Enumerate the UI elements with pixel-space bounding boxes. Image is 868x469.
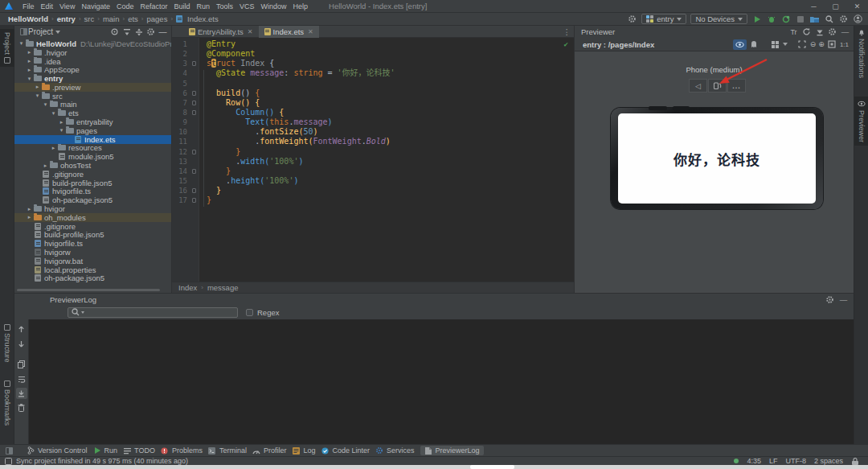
menu-code[interactable]: Code	[113, 2, 137, 10]
preview-mode-toggle[interactable]	[733, 39, 747, 50]
breadcrumb-pages[interactable]: pages	[147, 14, 168, 23]
debug-icon[interactable]	[766, 14, 776, 24]
regex-option[interactable]: Regex	[246, 308, 279, 317]
previewer-settings-icon[interactable]	[827, 27, 837, 37]
tree-item-hvigorfile-ts[interactable]: hvigorfile.ts	[14, 187, 171, 196]
fold-marker-icon[interactable]	[192, 61, 196, 66]
tool-button-code-linter[interactable]: Code Linter	[321, 446, 370, 455]
tree-item-index-ets[interactable]: Index.ets	[14, 135, 171, 144]
tree-item-oh-package-json5[interactable]: oh-package.json5	[14, 195, 171, 204]
log-output[interactable]	[29, 319, 854, 444]
menu-run[interactable]: Run	[193, 2, 213, 10]
settings-icon[interactable]	[627, 14, 637, 24]
fold-marker-icon[interactable]	[192, 150, 196, 154]
taskbar-search-pill[interactable]	[470, 465, 514, 469]
device-selector[interactable]: No Devices	[690, 14, 747, 24]
menu-view[interactable]: View	[56, 2, 78, 10]
tree-item-idea[interactable]: ▸.idea	[14, 57, 171, 66]
tree-item-hvigorw[interactable]: hvigorw	[14, 248, 171, 257]
breadcrumb-entry[interactable]: entry	[57, 14, 76, 23]
jump-to-source-icon[interactable]	[814, 27, 825, 37]
tool-tab-structure[interactable]: Structure	[0, 324, 14, 363]
tool-button-previewerlog[interactable]: PreviewerLog	[420, 446, 484, 455]
log-settings-icon[interactable]	[825, 294, 835, 305]
project-collapse-all-icon[interactable]	[121, 27, 132, 37]
menu-tools[interactable]: Tools	[213, 2, 236, 10]
search-everywhere-icon[interactable]	[824, 14, 834, 24]
close-tab-icon[interactable]: ✕	[248, 28, 253, 35]
copy-icon[interactable]	[16, 359, 27, 370]
tool-tab-previewer[interactable]: Previewer	[854, 97, 868, 146]
project-hide-icon[interactable]: —	[158, 27, 168, 37]
breadcrumb-helloworld[interactable]: HelloWorld	[8, 14, 48, 23]
log-hide-icon[interactable]: —	[838, 294, 849, 305]
close-tab-icon[interactable]: ✕	[308, 28, 313, 35]
inspect-mode-toggle[interactable]	[747, 39, 761, 50]
tool-button-version-control[interactable]: Version Control	[27, 446, 88, 455]
tree-item-main[interactable]: ▾main	[14, 101, 171, 109]
project-horizontal-scrollbar[interactable]	[17, 289, 160, 291]
rotate-left-button[interactable]: ◁	[689, 79, 707, 93]
stop-icon[interactable]	[795, 14, 805, 24]
clear-icon[interactable]	[16, 402, 27, 413]
breadcrumb-main[interactable]: main	[103, 14, 120, 23]
tree-item-gitignore[interactable]: .gitignore	[14, 170, 171, 179]
tree-item-helloworld[interactable]: ▾HelloWorldD:\Lunkeji\DevEcoStudioProjec…	[14, 39, 171, 48]
tool-button-log[interactable]: Log	[292, 446, 315, 455]
sdk-manager-icon[interactable]	[809, 14, 820, 24]
font-size-icon[interactable]: Tr	[788, 27, 799, 37]
breadcrumb-message[interactable]: message	[207, 283, 239, 292]
profile-icon[interactable]	[780, 14, 791, 24]
grid-dropdown-icon[interactable]	[783, 43, 788, 46]
fold-marker-icon[interactable]	[192, 169, 196, 174]
scroll-up-icon[interactable]	[16, 323, 27, 335]
fold-marker-icon[interactable]	[192, 91, 196, 96]
tool-button-profiler[interactable]: Profiler	[252, 446, 287, 455]
module-selector[interactable]: entry	[641, 14, 686, 24]
project-panel-title[interactable]: Project	[28, 27, 53, 36]
menu-help[interactable]: Help	[290, 2, 312, 10]
tree-item-oh-package-json5[interactable]: oh-package.json5	[14, 274, 171, 283]
menu-vcs[interactable]: VCS	[236, 2, 258, 10]
encoding[interactable]: UTF-8	[785, 457, 806, 465]
tree-item-local-properties[interactable]: local.properties	[14, 265, 171, 274]
regex-checkbox[interactable]	[246, 309, 253, 316]
frame-icon[interactable]	[797, 39, 808, 50]
tool-windows-icon[interactable]	[5, 446, 13, 455]
breadcrumb-index[interactable]: Index	[178, 283, 197, 292]
tree-item-entryability[interactable]: ▸entryability	[14, 117, 171, 126]
soft-wrap-icon[interactable]	[16, 373, 27, 385]
fold-marker-icon[interactable]	[192, 110, 196, 115]
account-icon[interactable]	[853, 14, 863, 24]
fold-marker-icon[interactable]	[192, 198, 196, 203]
tree-item-module-json5[interactable]: module.json5	[14, 152, 171, 161]
tree-item-hvigor[interactable]: ▸.hvigor	[14, 48, 171, 57]
zoom-in-icon[interactable]: ⊕	[818, 40, 825, 48]
lock-icon[interactable]	[851, 458, 858, 465]
tool-tab-project[interactable]: Project	[0, 29, 14, 67]
code-editor[interactable]: 1@Entry2@Component3struct Index {4 @Stat…	[172, 38, 574, 282]
line-ending[interactable]: LF	[769, 457, 778, 465]
editor-tab-index-ets[interactable]: Index.ets✕	[259, 26, 319, 38]
run-icon[interactable]	[751, 14, 762, 24]
phone-screen[interactable]: 你好，论科技	[618, 113, 816, 204]
tree-item-ohostest[interactable]: ▸ohosTest	[14, 161, 171, 170]
tree-item-oh-modules[interactable]: ▸oh_modules	[14, 213, 171, 222]
tree-item-gitignore[interactable]: .gitignore	[14, 222, 171, 231]
tree-item-appscope[interactable]: ▸AppScope	[14, 65, 171, 74]
fold-marker-icon[interactable]	[192, 101, 196, 105]
tree-item-hvigorfile-ts[interactable]: hvigorfile.ts	[14, 239, 171, 248]
hide-panel-icon[interactable]: —	[840, 27, 850, 37]
tool-button-services[interactable]: Services	[375, 446, 415, 455]
zoom-one-to-one[interactable]: 1:1	[840, 41, 849, 48]
tree-item-src[interactable]: ▾src	[14, 92, 171, 101]
menu-build[interactable]: Build	[170, 2, 193, 10]
zoom-out-icon[interactable]: ⊖	[810, 40, 817, 48]
tool-tab-bookmarks[interactable]: Bookmarks	[0, 381, 14, 426]
breadcrumb-index-ets[interactable]: Index.ets	[187, 14, 219, 23]
menu-window[interactable]: Window	[258, 2, 290, 10]
tab-list-icon[interactable]: ⋮	[563, 27, 571, 36]
scroll-down-icon[interactable]	[16, 338, 27, 349]
tree-item-preview[interactable]: ▸.preview	[14, 83, 171, 92]
grid-icon[interactable]	[770, 39, 780, 50]
